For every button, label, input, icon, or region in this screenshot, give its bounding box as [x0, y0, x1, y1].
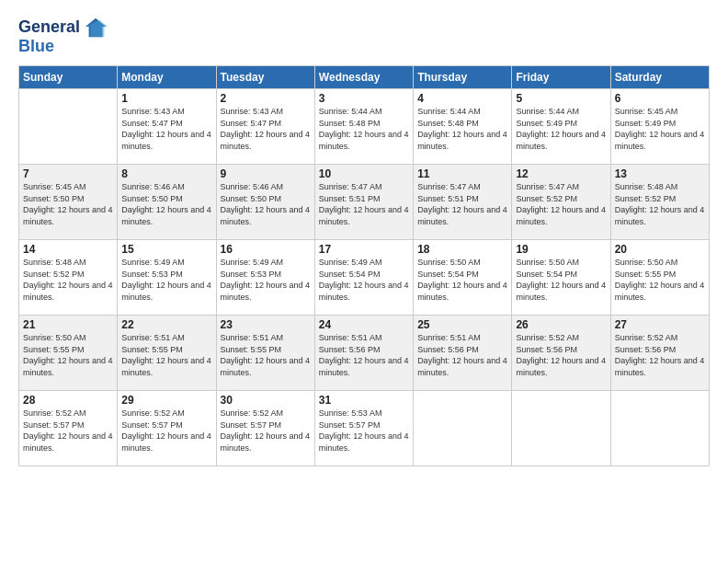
day-info: Sunrise: 5:51 AMSunset: 5:55 PMDaylight:… — [121, 332, 211, 378]
info-line: Sunset: 5:57 PM — [221, 419, 311, 431]
day-number: 14 — [23, 243, 113, 256]
info-line: Sunset: 5:56 PM — [319, 344, 409, 356]
day-number: 10 — [319, 167, 409, 180]
day-info: Sunrise: 5:49 AMSunset: 5:54 PMDaylight:… — [319, 257, 409, 303]
info-line: Daylight: 12 hours and 4 minutes. — [417, 129, 507, 152]
calendar-cell: 1Sunrise: 5:43 AMSunset: 5:47 PMDaylight… — [118, 89, 216, 165]
day-number: 7 — [23, 167, 113, 180]
info-line: Sunrise: 5:45 AM — [615, 106, 705, 118]
info-line: Daylight: 12 hours and 4 minutes. — [121, 431, 211, 454]
info-line: Sunset: 5:51 PM — [417, 193, 507, 205]
info-line: Sunrise: 5:44 AM — [417, 106, 507, 118]
info-line: Sunrise: 5:51 AM — [121, 332, 211, 344]
week-row-1: 1Sunrise: 5:43 AMSunset: 5:47 PMDaylight… — [19, 89, 710, 165]
day-number: 24 — [319, 318, 409, 331]
calendar-cell: 9Sunrise: 5:46 AMSunset: 5:50 PMDaylight… — [216, 165, 314, 240]
info-line: Daylight: 12 hours and 4 minutes. — [615, 129, 705, 152]
day-info: Sunrise: 5:46 AMSunset: 5:50 PMDaylight:… — [121, 181, 211, 227]
calendar-cell: 15Sunrise: 5:49 AMSunset: 5:53 PMDayligh… — [118, 240, 216, 316]
info-line: Daylight: 12 hours and 4 minutes. — [121, 355, 211, 378]
calendar-cell: 17Sunrise: 5:49 AMSunset: 5:54 PMDayligh… — [314, 240, 413, 316]
info-line: Sunset: 5:56 PM — [516, 344, 606, 356]
info-line: Sunrise: 5:49 AM — [221, 257, 311, 269]
info-line: Sunrise: 5:46 AM — [121, 181, 211, 193]
day-info: Sunrise: 5:47 AMSunset: 5:51 PMDaylight:… — [319, 181, 409, 227]
header-day-saturday: Saturday — [610, 66, 709, 89]
info-line: Sunrise: 5:48 AM — [23, 257, 113, 269]
info-line: Daylight: 12 hours and 4 minutes. — [417, 355, 507, 378]
info-line: Sunrise: 5:43 AM — [221, 106, 311, 118]
info-line: Daylight: 12 hours and 4 minutes. — [417, 280, 507, 303]
calendar-table: SundayMondayTuesdayWednesdayThursdayFrid… — [18, 65, 710, 466]
calendar-cell: 27Sunrise: 5:52 AMSunset: 5:56 PMDayligh… — [610, 316, 709, 391]
day-number: 31 — [319, 394, 409, 407]
calendar-cell: 7Sunrise: 5:45 AMSunset: 5:50 PMDaylight… — [19, 165, 118, 240]
info-line: Sunrise: 5:45 AM — [23, 181, 113, 193]
calendar-cell: 4Sunrise: 5:44 AMSunset: 5:48 PMDaylight… — [414, 89, 512, 165]
calendar-cell: 25Sunrise: 5:51 AMSunset: 5:56 PMDayligh… — [414, 316, 512, 391]
info-line: Sunset: 5:49 PM — [615, 118, 705, 130]
info-line: Sunset: 5:55 PM — [221, 344, 311, 356]
calendar-cell: 12Sunrise: 5:47 AMSunset: 5:52 PMDayligh… — [512, 165, 610, 240]
header-day-friday: Friday — [512, 66, 610, 89]
day-number: 21 — [23, 318, 113, 331]
calendar-cell: 11Sunrise: 5:47 AMSunset: 5:51 PMDayligh… — [414, 165, 512, 240]
info-line: Sunrise: 5:49 AM — [121, 257, 211, 269]
calendar-cell: 10Sunrise: 5:47 AMSunset: 5:51 PMDayligh… — [314, 165, 413, 240]
info-line: Daylight: 12 hours and 4 minutes. — [516, 204, 606, 227]
info-line: Sunset: 5:47 PM — [221, 118, 311, 130]
day-number: 19 — [516, 243, 606, 256]
calendar-cell — [19, 89, 118, 165]
info-line: Daylight: 12 hours and 4 minutes. — [121, 129, 211, 152]
calendar-cell: 21Sunrise: 5:50 AMSunset: 5:55 PMDayligh… — [19, 316, 118, 391]
info-line: Daylight: 12 hours and 4 minutes. — [23, 431, 113, 454]
day-info: Sunrise: 5:51 AMSunset: 5:55 PMDaylight:… — [221, 332, 311, 378]
day-info: Sunrise: 5:47 AMSunset: 5:51 PMDaylight:… — [417, 181, 507, 227]
header-day-tuesday: Tuesday — [216, 66, 314, 89]
day-number: 15 — [121, 243, 211, 256]
calendar-cell — [512, 391, 610, 466]
day-info: Sunrise: 5:45 AMSunset: 5:50 PMDaylight:… — [23, 181, 113, 227]
info-line: Sunset: 5:48 PM — [319, 118, 409, 130]
calendar-cell: 26Sunrise: 5:52 AMSunset: 5:56 PMDayligh… — [512, 316, 610, 391]
info-line: Sunrise: 5:52 AM — [121, 408, 211, 419]
calendar-cell: 28Sunrise: 5:52 AMSunset: 5:57 PMDayligh… — [19, 391, 118, 466]
info-line: Sunset: 5:52 PM — [516, 193, 606, 205]
day-number: 9 — [221, 167, 311, 180]
info-line: Sunrise: 5:50 AM — [417, 257, 507, 269]
calendar-cell: 8Sunrise: 5:46 AMSunset: 5:50 PMDaylight… — [118, 165, 216, 240]
info-line: Daylight: 12 hours and 4 minutes. — [319, 431, 409, 454]
calendar-cell: 2Sunrise: 5:43 AMSunset: 5:47 PMDaylight… — [216, 89, 314, 165]
day-number: 29 — [121, 394, 211, 407]
info-line: Sunset: 5:57 PM — [319, 419, 409, 431]
week-row-3: 14Sunrise: 5:48 AMSunset: 5:52 PMDayligh… — [19, 240, 710, 316]
day-number: 18 — [417, 243, 507, 256]
info-line: Daylight: 12 hours and 4 minutes. — [417, 204, 507, 227]
info-line: Sunset: 5:52 PM — [615, 193, 705, 205]
info-line: Daylight: 12 hours and 4 minutes. — [221, 355, 311, 378]
logo: General Blue — [18, 15, 109, 56]
calendar-cell: 31Sunrise: 5:53 AMSunset: 5:57 PMDayligh… — [314, 391, 413, 466]
calendar-cell: 18Sunrise: 5:50 AMSunset: 5:54 PMDayligh… — [414, 240, 512, 316]
info-line: Sunrise: 5:48 AM — [615, 181, 705, 193]
info-line: Daylight: 12 hours and 4 minutes. — [23, 204, 113, 227]
info-line: Sunset: 5:55 PM — [121, 344, 211, 356]
day-info: Sunrise: 5:44 AMSunset: 5:49 PMDaylight:… — [516, 106, 606, 152]
week-row-4: 21Sunrise: 5:50 AMSunset: 5:55 PMDayligh… — [19, 316, 710, 391]
info-line: Daylight: 12 hours and 4 minutes. — [319, 204, 409, 227]
header-day-wednesday: Wednesday — [314, 66, 413, 89]
info-line: Daylight: 12 hours and 4 minutes. — [221, 204, 311, 227]
info-line: Sunset: 5:48 PM — [417, 118, 507, 130]
day-info: Sunrise: 5:52 AMSunset: 5:57 PMDaylight:… — [23, 408, 113, 454]
header-day-thursday: Thursday — [414, 66, 512, 89]
info-line: Daylight: 12 hours and 4 minutes. — [516, 355, 606, 378]
day-number: 12 — [516, 167, 606, 180]
day-info: Sunrise: 5:51 AMSunset: 5:56 PMDaylight:… — [417, 332, 507, 378]
day-info: Sunrise: 5:43 AMSunset: 5:47 PMDaylight:… — [121, 106, 211, 152]
day-number: 27 — [615, 318, 705, 331]
calendar-cell: 5Sunrise: 5:44 AMSunset: 5:49 PMDaylight… — [512, 89, 610, 165]
day-info: Sunrise: 5:46 AMSunset: 5:50 PMDaylight:… — [221, 181, 311, 227]
info-line: Daylight: 12 hours and 4 minutes. — [121, 280, 211, 303]
day-info: Sunrise: 5:50 AMSunset: 5:55 PMDaylight:… — [23, 332, 113, 378]
info-line: Sunset: 5:52 PM — [23, 269, 113, 281]
